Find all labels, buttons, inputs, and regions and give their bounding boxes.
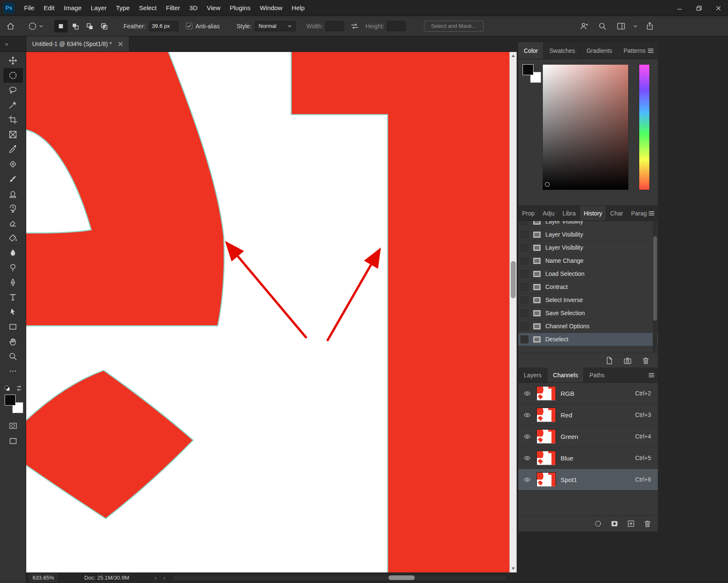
history-brush-source-well[interactable]	[520, 231, 528, 239]
history-step[interactable]: Contract	[518, 281, 658, 294]
tool-preset-chevron-icon[interactable]	[39, 25, 43, 28]
channel-thumbnail[interactable]	[536, 386, 556, 400]
workspace-chevron-icon[interactable]	[633, 25, 638, 28]
horizontal-scrollbar-thumb[interactable]	[389, 575, 415, 580]
panel-tab[interactable]: Char	[606, 206, 627, 221]
visibility-eye-icon[interactable]	[523, 433, 532, 440]
visibility-eye-icon[interactable]	[523, 455, 532, 461]
status-expand-icon[interactable]: ›	[155, 575, 157, 581]
share-icon[interactable]	[643, 20, 656, 33]
menu-item[interactable]: Type	[111, 0, 134, 16]
subtract-from-selection-button[interactable]	[83, 20, 96, 33]
default-colors-icon[interactable]	[3, 384, 11, 392]
menu-item[interactable]: 3D	[185, 0, 202, 16]
panel-tab[interactable]: Prop	[518, 206, 539, 221]
blur-tool[interactable]	[3, 245, 23, 260]
channel-row[interactable]: Red Ctrl+3	[518, 404, 658, 426]
history-step[interactable]: Layer Visibility	[518, 241, 658, 254]
hand-tool[interactable]	[3, 334, 23, 349]
panel-tab[interactable]: Layers	[518, 368, 547, 382]
menu-item[interactable]: Window	[255, 0, 287, 16]
height-input[interactable]	[387, 21, 405, 31]
close-button[interactable]	[709, 0, 728, 16]
swap-colors-icon[interactable]	[15, 384, 23, 392]
history-step[interactable]: Save Selection	[518, 307, 658, 320]
menu-item[interactable]: File	[19, 0, 39, 16]
home-button[interactable]	[4, 20, 17, 33]
history-brush-source-well[interactable]	[520, 283, 528, 291]
vertical-scrollbar-thumb[interactable]	[511, 261, 516, 298]
panel-tab[interactable]: Channels	[547, 368, 584, 382]
panel-tab[interactable]: Swatches	[544, 42, 581, 59]
history-step[interactable]: Load Selection	[518, 267, 658, 281]
history-step[interactable]: Select Inverse	[518, 294, 658, 307]
frame-tool[interactable]	[3, 127, 23, 142]
foreground-color-chip[interactable]	[5, 395, 16, 406]
elliptical-marquee-tool[interactable]	[3, 68, 23, 83]
type-tool[interactable]	[3, 290, 23, 305]
visibility-eye-icon[interactable]	[523, 477, 532, 483]
menu-item[interactable]: Filter	[161, 0, 185, 16]
add-to-selection-button[interactable]	[68, 20, 82, 33]
panel-tab[interactable]: Color	[518, 42, 544, 59]
load-channel-selection-icon[interactable]	[594, 519, 602, 528]
eyedropper-tool[interactable]	[3, 142, 23, 157]
menu-item[interactable]: View	[202, 0, 225, 16]
width-input[interactable]	[326, 21, 344, 31]
menu-item[interactable]: Edit	[39, 0, 59, 16]
panel-tab[interactable]: Adju	[539, 206, 559, 221]
saturation-brightness-field[interactable]	[542, 64, 629, 190]
channel-row[interactable]: Blue Ctrl+5	[518, 447, 658, 469]
lasso-tool[interactable]	[3, 83, 23, 98]
zoom-level-field[interactable]: 633.65%	[30, 574, 57, 582]
paint-bucket-tool[interactable]	[3, 231, 23, 245]
canvas[interactable]	[26, 52, 509, 572]
foreground-background-color-chips[interactable]	[5, 395, 23, 413]
channel-thumbnail[interactable]	[536, 472, 556, 487]
color-panel-menu-icon[interactable]	[646, 46, 655, 55]
history-scrollbar-thumb[interactable]	[653, 236, 657, 321]
history-brush-source-well[interactable]	[520, 221, 528, 226]
spot-healing-tool[interactable]	[3, 157, 23, 172]
visibility-eye-icon[interactable]	[523, 390, 532, 397]
restore-button[interactable]	[689, 0, 709, 16]
panel-tab[interactable]: Paths	[584, 368, 610, 382]
history-brush-source-well[interactable]	[520, 322, 528, 330]
history-step[interactable]: Layer Visibility	[518, 221, 658, 228]
screen-mode-button[interactable]	[3, 434, 23, 448]
channel-thumbnail[interactable]	[536, 429, 556, 444]
channel-row[interactable]: Green Ctrl+4	[518, 426, 658, 447]
history-step[interactable]: Channel Options	[518, 320, 658, 333]
search-icon[interactable]	[596, 20, 609, 33]
history-step[interactable]: Layer Visibility	[518, 228, 658, 241]
channel-thumbnail[interactable]	[536, 408, 556, 422]
zoom-tool[interactable]	[3, 349, 23, 364]
quick-selection-tool[interactable]	[3, 98, 23, 112]
history-brush-source-well[interactable]	[520, 257, 528, 265]
history-brush-source-well[interactable]	[520, 335, 528, 343]
quick-mask-button[interactable]	[3, 419, 23, 433]
menu-item[interactable]: Layer	[86, 0, 112, 16]
style-select[interactable]: Normal	[255, 21, 296, 31]
clone-stamp-tool[interactable]	[3, 186, 23, 201]
save-selection-as-channel-icon[interactable]	[610, 519, 619, 528]
brush-tool[interactable]	[3, 172, 23, 186]
menu-item[interactable]: Image	[59, 0, 86, 16]
history-brush-tool[interactable]	[3, 201, 23, 216]
menu-item[interactable]: Plugins	[225, 0, 255, 16]
foreground-swatch[interactable]	[523, 64, 534, 75]
rectangle-tool[interactable]	[3, 319, 23, 334]
crop-tool[interactable]	[3, 112, 23, 127]
pen-tool[interactable]	[3, 275, 23, 290]
channel-thumbnail[interactable]	[536, 451, 556, 465]
tool-preset-icon[interactable]	[26, 20, 39, 33]
panel-tab[interactable]: Libra	[559, 206, 580, 221]
new-selection-button[interactable]	[54, 20, 68, 33]
delete-channel-trash-icon[interactable]	[643, 519, 652, 528]
delete-state-trash-icon[interactable]	[641, 356, 650, 365]
color-picker-cursor[interactable]	[545, 182, 550, 187]
path-selection-tool[interactable]	[3, 305, 23, 319]
document-tab[interactable]: Untitled-1 @ 634% (Spot1/8) *	[26, 36, 129, 52]
new-channel-icon[interactable]	[627, 519, 635, 528]
dodge-tool[interactable]	[3, 260, 23, 275]
